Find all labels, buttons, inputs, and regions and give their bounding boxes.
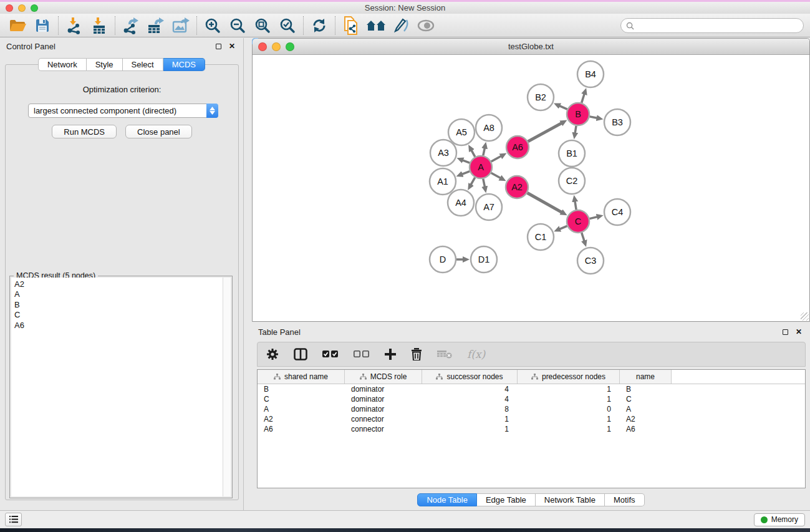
- graph-node-B1[interactable]: B1: [559, 140, 585, 167]
- graph-node-A2[interactable]: A2: [506, 176, 528, 198]
- graph-node-B2[interactable]: B2: [528, 84, 554, 110]
- graph-node-A6[interactable]: A6: [506, 136, 529, 158]
- column-header[interactable]: name: [620, 370, 672, 384]
- close-panel-button[interactable]: Close panel: [125, 125, 192, 138]
- graph-node-C3[interactable]: C3: [577, 248, 604, 274]
- tab-style[interactable]: Style: [87, 58, 123, 71]
- graph-edge[interactable]: [559, 226, 567, 229]
- graph-edge[interactable]: [462, 172, 470, 175]
- import-network-icon[interactable]: [62, 16, 87, 36]
- optimization-dropdown[interactable]: largest connected component (directed): [28, 104, 218, 118]
- graph-edge[interactable]: [582, 233, 584, 241]
- graph-node-B3[interactable]: B3: [604, 109, 630, 135]
- export-table-icon[interactable]: [143, 16, 168, 36]
- graph-edge[interactable]: [575, 126, 576, 133]
- graph-edge[interactable]: [589, 217, 597, 219]
- graph-edge[interactable]: [491, 156, 501, 162]
- graph-node-C1[interactable]: C1: [528, 224, 554, 250]
- mcds-result-item[interactable]: C: [14, 310, 223, 320]
- mcds-result-item[interactable]: A: [14, 289, 223, 299]
- table-row[interactable]: A6connector11A6: [258, 424, 805, 434]
- graph-edge[interactable]: [483, 179, 485, 187]
- graph-edge[interactable]: [483, 148, 485, 155]
- search-input[interactable]: [637, 21, 803, 30]
- graph-edge[interactable]: [575, 201, 576, 210]
- save-session-icon[interactable]: [30, 16, 55, 36]
- graph-node-A7[interactable]: A7: [476, 194, 502, 220]
- table-settings-icon[interactable]: [266, 348, 279, 360]
- column-header[interactable]: successor nodes: [422, 370, 518, 384]
- graph-node-B4[interactable]: B4: [577, 61, 604, 87]
- highlight-icon[interactable]: [388, 16, 413, 36]
- add-column-icon[interactable]: [385, 349, 396, 360]
- delete-column-icon[interactable]: [411, 348, 422, 360]
- refresh-icon[interactable]: [307, 16, 332, 36]
- tab-network-table[interactable]: Network Table: [536, 493, 605, 506]
- tab-select[interactable]: Select: [123, 58, 163, 71]
- graph-edge[interactable]: [471, 150, 475, 157]
- tab-motifs[interactable]: Motifs: [605, 493, 645, 506]
- run-mcds-button[interactable]: Run MCDS: [52, 125, 117, 138]
- table-row[interactable]: A2connector11A2: [258, 414, 805, 424]
- show-hide-icon[interactable]: [413, 16, 438, 36]
- graph-edge[interactable]: [590, 117, 597, 118]
- clone-network-icon[interactable]: [339, 16, 364, 36]
- list-scrollbar[interactable]: [223, 278, 231, 496]
- graph-edge[interactable]: [582, 94, 584, 102]
- column-header[interactable]: predecessor nodes: [518, 370, 620, 384]
- graph-node-A8[interactable]: A8: [476, 115, 502, 141]
- mcds-result-item[interactable]: A6: [14, 321, 223, 331]
- mcds-result-item[interactable]: B: [14, 300, 223, 310]
- show-columns-icon[interactable]: [294, 348, 307, 360]
- tab-edge-table[interactable]: Edge Table: [477, 493, 536, 506]
- close-panel-icon[interactable]: ✕: [227, 41, 237, 51]
- network-canvas[interactable]: B4B2BB3A5A8A6A3B1AA1C2A2A4A7C4CC1DD1C3: [253, 56, 809, 321]
- table-row[interactable]: Cdominator41C: [258, 394, 805, 404]
- graph-node-C[interactable]: C: [567, 210, 589, 233]
- close-table-panel-icon[interactable]: ✕: [794, 327, 804, 337]
- column-header[interactable]: MCDS role: [345, 370, 422, 384]
- graph-node-C2[interactable]: C2: [559, 168, 585, 194]
- table-row[interactable]: Adominator80A: [258, 404, 805, 414]
- resize-grip-icon[interactable]: [801, 312, 809, 321]
- select-all-icon[interactable]: [322, 351, 339, 358]
- float-table-panel-icon[interactable]: [780, 327, 790, 337]
- task-history-icon[interactable]: [5, 513, 22, 526]
- mcds-result-list[interactable]: A2ABCA6: [11, 278, 231, 496]
- graph-node-A4[interactable]: A4: [448, 190, 474, 216]
- tab-mcds[interactable]: MCDS: [163, 58, 205, 71]
- graph-node-A1[interactable]: A1: [430, 168, 456, 195]
- graph-node-A5[interactable]: A5: [448, 119, 475, 145]
- export-image-icon[interactable]: [168, 16, 193, 36]
- import-table-icon[interactable]: [87, 16, 112, 36]
- toolbar-search[interactable]: [620, 18, 804, 33]
- graph-edge[interactable]: [528, 193, 562, 212]
- network-titlebar[interactable]: testGlobe.txt: [253, 39, 809, 55]
- tab-network[interactable]: Network: [38, 58, 87, 71]
- function-builder-icon[interactable]: f(x): [467, 348, 485, 360]
- graph-edge[interactable]: [463, 160, 470, 163]
- home-icon[interactable]: [364, 16, 388, 36]
- zoom-out-icon[interactable]: [225, 16, 250, 36]
- zoom-selected-icon[interactable]: [275, 16, 300, 36]
- zoom-fit-icon[interactable]: [250, 16, 275, 36]
- float-panel-icon[interactable]: [213, 41, 223, 51]
- graph-node-D[interactable]: D: [430, 246, 456, 273]
- graph-edge[interactable]: [471, 178, 475, 185]
- export-network-icon[interactable]: [118, 16, 143, 36]
- tab-node-table[interactable]: Node Table: [417, 493, 477, 506]
- graph-node-B[interactable]: B: [567, 103, 589, 125]
- delete-table-icon[interactable]: [437, 349, 452, 359]
- graph-edge[interactable]: [559, 106, 567, 110]
- deselect-all-icon[interactable]: [354, 351, 370, 358]
- column-header[interactable]: shared name: [258, 370, 345, 384]
- graph-node-A[interactable]: A: [470, 156, 492, 178]
- memory-button[interactable]: Memory: [754, 513, 805, 526]
- graph-edge[interactable]: [491, 173, 501, 178]
- open-file-icon[interactable]: [5, 16, 30, 36]
- graph-node-D1[interactable]: D1: [471, 246, 497, 273]
- graph-node-A3[interactable]: A3: [430, 140, 456, 166]
- table-row[interactable]: Bdominator41B: [258, 384, 805, 394]
- graph-node-C4[interactable]: C4: [604, 199, 630, 225]
- graph-edge[interactable]: [528, 123, 562, 142]
